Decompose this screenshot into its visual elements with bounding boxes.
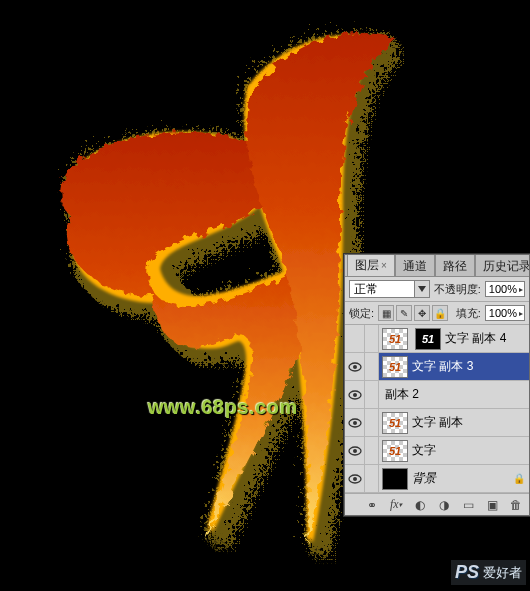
visibility-toggle[interactable]: [345, 437, 365, 464]
visibility-toggle[interactable]: [345, 325, 365, 352]
svg-point-3: [353, 393, 357, 397]
layer-name[interactable]: 文字 副本 4: [445, 330, 529, 347]
lock-transparency-icon[interactable]: ▦: [378, 305, 394, 321]
fx-icon[interactable]: fx▾: [387, 497, 405, 513]
lock-position-icon[interactable]: ✥: [414, 305, 430, 321]
visibility-toggle[interactable]: [345, 353, 365, 380]
panel-tabs: 图层× 通道 路径 历史记录 动: [345, 255, 529, 277]
lock-all-icon[interactable]: 🔒: [432, 305, 448, 321]
blend-mode-value: 正常: [354, 281, 378, 298]
svg-point-1: [353, 365, 357, 369]
eye-icon: [348, 474, 362, 484]
layer-thumbnail[interactable]: 51: [382, 356, 408, 378]
visibility-toggle[interactable]: [345, 409, 365, 436]
link-cell[interactable]: [365, 437, 379, 464]
tab-close-icon[interactable]: ×: [381, 260, 387, 271]
layer-thumbnail[interactable]: 51: [382, 328, 408, 350]
link-cell[interactable]: [365, 465, 379, 492]
layer-row[interactable]: 51 文字: [345, 437, 529, 465]
tab-layers-label: 图层: [355, 258, 379, 272]
panel-footer: ⚭ fx▾ ◐ ◑ ▭ ▣ 🗑: [345, 493, 529, 515]
trash-icon[interactable]: 🗑: [507, 497, 525, 513]
layer-name[interactable]: 副本 2: [379, 386, 529, 403]
group-icon[interactable]: ▭: [459, 497, 477, 513]
lock-label: 锁定:: [349, 306, 374, 321]
watermark-url: www.68ps.com: [148, 396, 298, 419]
layer-row[interactable]: 51 文字 副本: [345, 409, 529, 437]
link-cell[interactable]: [365, 409, 379, 436]
opacity-label: 不透明度:: [434, 282, 481, 297]
layers-panel: 图层× 通道 路径 历史记录 动 正常 不透明度: 100%▸ 锁定: ▦ ✎ …: [344, 254, 530, 516]
layer-thumbnail[interactable]: 51: [382, 412, 408, 434]
link-cell[interactable]: [365, 381, 379, 408]
visibility-toggle[interactable]: [345, 381, 365, 408]
watermark-brand: PS 爱好者: [451, 560, 526, 585]
blend-mode-select[interactable]: 正常: [349, 280, 430, 298]
lock-icon: 🔒: [513, 473, 525, 484]
layers-list: 51 51 文字 副本 4 51 文字 副本 3 副本 2 51 文字: [345, 325, 529, 493]
lock-fill-row: 锁定: ▦ ✎ ✥ 🔒 填充: 100%▸: [345, 302, 529, 325]
layer-row[interactable]: 副本 2: [345, 381, 529, 409]
opacity-value: 100%: [489, 283, 517, 295]
layer-row[interactable]: 51 51 文字 副本 4: [345, 325, 529, 353]
link-cell[interactable]: [365, 353, 379, 380]
new-layer-icon[interactable]: ▣: [483, 497, 501, 513]
layer-name[interactable]: 文字 副本: [412, 414, 529, 431]
chevron-down-icon: [414, 281, 429, 297]
layer-mask-thumbnail[interactable]: 51: [415, 328, 441, 350]
adjustment-icon[interactable]: ◑: [435, 497, 453, 513]
layer-name[interactable]: 背景: [412, 470, 513, 487]
svg-point-9: [353, 477, 357, 481]
layer-thumbnail[interactable]: [382, 468, 408, 490]
visibility-toggle[interactable]: [345, 465, 365, 492]
link-cell[interactable]: [365, 325, 379, 352]
layer-name[interactable]: 文字: [412, 442, 529, 459]
layer-thumbnail[interactable]: 51: [382, 440, 408, 462]
tab-history[interactable]: 历史记录: [475, 255, 529, 277]
tab-paths[interactable]: 路径: [435, 255, 475, 277]
mask-icon[interactable]: ◐: [411, 497, 429, 513]
eye-icon: [348, 362, 362, 372]
blend-opacity-row: 正常 不透明度: 100%▸: [345, 277, 529, 302]
svg-point-7: [353, 449, 357, 453]
eye-icon: [348, 418, 362, 428]
layer-name[interactable]: 文字 副本 3: [412, 358, 529, 375]
fill-label: 填充:: [456, 306, 481, 321]
layer-row[interactable]: 51 文字 副本 3: [345, 353, 529, 381]
lock-pixels-icon[interactable]: ✎: [396, 305, 412, 321]
eye-icon: [348, 390, 362, 400]
fill-field[interactable]: 100%▸: [485, 305, 525, 321]
fill-value: 100%: [489, 307, 517, 319]
layer-row-background[interactable]: 背景 🔒: [345, 465, 529, 493]
svg-point-5: [353, 421, 357, 425]
brand-text: 爱好者: [483, 564, 522, 582]
brand-ps-text: PS: [455, 562, 479, 583]
tab-layers[interactable]: 图层×: [347, 255, 395, 277]
lock-icons-group: ▦ ✎ ✥ 🔒: [378, 305, 448, 321]
chevron-right-icon: ▸: [519, 309, 523, 318]
link-layers-icon[interactable]: ⚭: [363, 497, 381, 513]
eye-icon: [348, 446, 362, 456]
chevron-right-icon: ▸: [519, 285, 523, 294]
opacity-field[interactable]: 100%▸: [485, 281, 525, 297]
tab-channels[interactable]: 通道: [395, 255, 435, 277]
